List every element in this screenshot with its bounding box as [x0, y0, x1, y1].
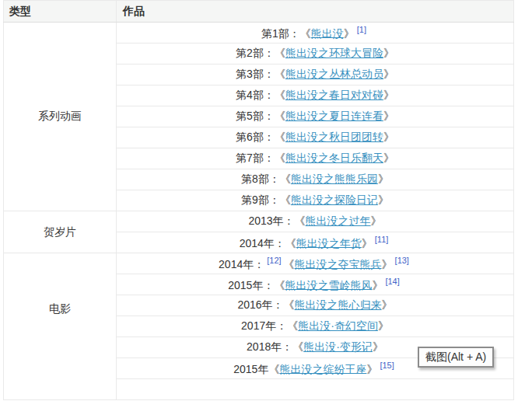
- work-link[interactable]: 熊出没之环球大冒险: [285, 47, 383, 59]
- work-link[interactable]: 熊出没·变形记: [303, 340, 373, 353]
- reference-sup[interactable]: [1]: [357, 25, 366, 34]
- header-row: 类型 作品: [4, 1, 514, 23]
- work-link[interactable]: 熊出没之夏日连连看: [285, 110, 383, 122]
- row-text: 2018年：《: [247, 340, 303, 353]
- row-text: 2014年：: [219, 257, 264, 270]
- work-cell: 第7部：《熊出没之冬日乐翻天》: [117, 148, 514, 169]
- work-link[interactable]: 熊出没: [311, 26, 344, 39]
- reference-sup[interactable]: [11]: [375, 235, 389, 244]
- type-cell: 电影: [4, 253, 117, 400]
- row-text: 》: [382, 298, 393, 311]
- work-link[interactable]: 熊出没之熊心归来: [295, 298, 382, 311]
- row-text: 第1部：《: [261, 26, 311, 39]
- work-link[interactable]: 熊出没之探险日记: [291, 194, 378, 206]
- row-text: 》: [383, 47, 394, 59]
- row-text: 第8部：《: [241, 173, 291, 185]
- row-text: 第2部：《: [236, 47, 285, 59]
- type-cell: 贺岁片: [4, 211, 117, 253]
- work-cell: 2015年：《熊出没之雪岭熊风》[14]: [117, 274, 514, 295]
- reference-sup[interactable]: [13]: [395, 256, 409, 265]
- row-text: 第6部：《: [236, 131, 285, 143]
- row-text: 第4部：《: [236, 89, 285, 101]
- work-link[interactable]: 熊出没·奇幻空间: [298, 319, 378, 332]
- work-link[interactable]: 熊出没之年货: [296, 236, 362, 249]
- row-text: 》: [378, 194, 389, 206]
- work-cell: 2014年：[12]《熊出没之夺宝熊兵》[13]: [117, 253, 514, 274]
- work-cell: 2014年：《熊出没之年货》[11]: [117, 232, 514, 253]
- row-text: 》: [383, 89, 394, 101]
- row-text: 》: [383, 131, 394, 143]
- row-text: 2015年《: [233, 362, 279, 375]
- screenshot-tooltip: 截图(Alt + A): [418, 347, 494, 368]
- work-cell: 第1部：《熊出没》[1]: [117, 23, 514, 44]
- row-text: 2015年：《: [228, 278, 285, 291]
- row-text: 第3部：《: [236, 68, 285, 80]
- row-text: 第5部：《: [236, 110, 285, 122]
- row-text: 2016年：《: [237, 298, 294, 311]
- work-cell: 第4部：《熊出没之春日对对碰》: [117, 85, 514, 106]
- row-text: 》: [382, 257, 393, 270]
- reference-sup[interactable]: [14]: [385, 277, 399, 286]
- row-text: 2013年：《: [248, 214, 305, 227]
- work-cell: 第5部：《熊出没之夏日连连看》: [117, 106, 514, 127]
- reference-sup[interactable]: [12]: [267, 256, 281, 265]
- work-link[interactable]: 熊出没之冬日乐翻天: [285, 152, 383, 164]
- work-link[interactable]: 熊出没之缤纷王座: [279, 362, 366, 375]
- work-link[interactable]: 熊出没之熊熊乐园: [291, 173, 378, 185]
- row-text: 》: [372, 278, 383, 291]
- table-row: 电影2014年：[12]《熊出没之夺宝熊兵》[13]: [4, 253, 514, 274]
- works-table: 类型 作品 系列动画第1部：《熊出没》[1]第2部：《熊出没之环球大冒险》第3部…: [3, 0, 514, 400]
- work-link[interactable]: 熊出没之夺宝熊兵: [295, 257, 382, 270]
- row-text: 》: [371, 214, 382, 227]
- row-text: 》: [366, 362, 377, 375]
- work-link[interactable]: 熊出没之春日对对碰: [285, 89, 383, 101]
- work-cell: 2013年：《熊出没之过年》: [117, 211, 514, 232]
- work-cell: 2016年：《熊出没之熊心归来》: [117, 295, 514, 316]
- row-text: 》: [383, 110, 394, 122]
- row-text: 》: [344, 26, 355, 39]
- type-cell: 系列动画: [4, 23, 117, 211]
- row-text: 2014年：《: [240, 236, 296, 249]
- table-row: 系列动画第1部：《熊出没》[1]: [4, 23, 514, 44]
- work-link[interactable]: 熊出没之过年: [306, 214, 371, 227]
- row-text: 2017年：《: [241, 319, 298, 332]
- row-text: 》: [383, 68, 394, 80]
- row-text: 第7部：《: [236, 152, 285, 164]
- row-text: 》: [373, 340, 383, 353]
- row-text: 《: [284, 257, 295, 270]
- work-cell: 第3部：《熊出没之丛林总动员》: [117, 65, 514, 85]
- row-text: 第9部：《: [241, 194, 291, 206]
- work-link[interactable]: 熊出没之秋日团团转: [285, 131, 383, 143]
- work-cell: 第8部：《熊出没之熊熊乐园》: [117, 169, 514, 190]
- works-table-body: 系列动画第1部：《熊出没》[1]第2部：《熊出没之环球大冒险》第3部：《熊出没之…: [4, 23, 514, 400]
- reference-sup[interactable]: [15]: [380, 361, 394, 370]
- column-header-works: 作品: [117, 1, 514, 23]
- column-header-type: 类型: [4, 1, 117, 23]
- work-cell: 第6部：《熊出没之秋日团团转》: [117, 127, 514, 148]
- row-text: 》: [383, 152, 394, 164]
- work-link[interactable]: 熊出没之丛林总动员: [285, 68, 383, 80]
- row-text: 》: [362, 236, 373, 249]
- row-text: 》: [378, 173, 389, 185]
- work-link[interactable]: 熊出没之雪岭熊风: [285, 278, 372, 291]
- table-row: 贺岁片2013年：《熊出没之过年》: [4, 211, 514, 232]
- work-cell: 第2部：《熊出没之环球大冒险》: [117, 44, 514, 65]
- work-cell: [117, 379, 514, 400]
- work-cell: 2017年：《熊出没·奇幻空间》: [117, 316, 514, 337]
- work-cell: 第9部：《熊出没之探险日记》: [117, 190, 514, 211]
- row-text: 》: [378, 319, 389, 332]
